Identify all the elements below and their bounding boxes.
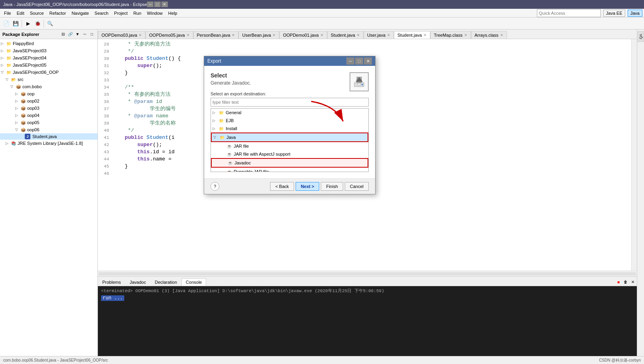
- tree-arrow: ▷: [15, 99, 20, 103]
- dtree-ejb[interactable]: ▷ 📁 EJB: [211, 117, 368, 125]
- statusbar: com.bobo.oop06.Student.java - JavaSEProj…: [0, 356, 644, 364]
- dtree-jar-aspectj[interactable]: ☕ JAR file with AspectJ support: [211, 150, 368, 158]
- tab-oopdemo03[interactable]: OOPDemo03.java ✕: [98, 31, 145, 39]
- link-editor-button[interactable]: 🔗: [67, 31, 74, 38]
- collapse-all-button[interactable]: ⊟: [60, 31, 66, 38]
- dtree-javadoc[interactable]: ☕ Javadoc: [211, 158, 368, 168]
- tree-proj04[interactable]: ▷ 📁 JavaSEProject04: [0, 54, 97, 61]
- tree-proj06[interactable]: ▽ 📁 JavaSEProject06_OOP: [0, 69, 97, 76]
- perspective-java-button[interactable]: Java: [628, 10, 642, 17]
- tree-oop05[interactable]: ▷ 📦 oop05: [0, 119, 97, 126]
- menu-window[interactable]: Window: [145, 10, 165, 16]
- tab-declaration[interactable]: Declaration: [150, 278, 181, 286]
- package-icon: 📦: [20, 105, 26, 111]
- tab-userbean[interactable]: UserBean.java ✕: [239, 31, 279, 39]
- perspective-javaee-button[interactable]: Java EE: [603, 10, 625, 17]
- close-icon[interactable]: ✕: [272, 33, 276, 37]
- tree-student-java[interactable]: J Student.java: [0, 133, 97, 140]
- dtree-general[interactable]: ▷ 📁 General: [211, 109, 368, 117]
- dialog-maximize-button[interactable]: □: [355, 57, 363, 65]
- dtree-jar[interactable]: ☕ JAR file: [211, 142, 368, 150]
- tree-arrow: ▷: [15, 121, 20, 125]
- toolbar-search-button[interactable]: 🔍: [46, 19, 54, 28]
- tree-oop03[interactable]: ▷ 📦 oop03: [0, 105, 97, 112]
- tree-label: JavaSEProject05: [13, 63, 46, 67]
- tab-label: Student.java: [331, 33, 355, 38]
- tree-oop02[interactable]: ▷ 📦 oop02: [0, 97, 97, 105]
- finish-button[interactable]: Finish: [321, 182, 343, 191]
- tree-arrow: ▷: [1, 42, 6, 46]
- close-icon[interactable]: ✕: [464, 33, 467, 37]
- toolbar-save-button[interactable]: 💾: [11, 19, 20, 28]
- tree-src[interactable]: ▽ 📂 src: [0, 76, 97, 83]
- code-line: 29 */: [99, 48, 630, 55]
- tree-proj03[interactable]: ▷ 📁 JavaSEProject03: [0, 47, 97, 54]
- quick-access-input[interactable]: [537, 9, 601, 17]
- cancel-button[interactable]: Cancel: [345, 182, 369, 191]
- line-number: 31: [99, 62, 112, 69]
- toolbar-run-button[interactable]: ▶: [24, 19, 32, 28]
- toolbar-new-button[interactable]: 📄: [2, 19, 10, 28]
- tree-oop06[interactable]: ▽ 📦 oop06: [0, 126, 97, 133]
- tree-jre[interactable]: ▷ 📚 JRE System Library [JavaSE-1.8]: [0, 140, 97, 147]
- close-icon[interactable]: ✕: [357, 33, 360, 37]
- tab-student1[interactable]: Student.java ✕: [327, 31, 364, 39]
- dtree-runnable-jar[interactable]: ☕ Runnable JAR file: [211, 168, 368, 172]
- close-icon[interactable]: ✕: [187, 33, 190, 37]
- editor-vscrollbar[interactable]: [631, 39, 637, 271]
- tab-console[interactable]: Console: [181, 278, 206, 286]
- close-icon[interactable]: ✕: [232, 33, 235, 37]
- menu-search[interactable]: Search: [92, 10, 111, 16]
- tab-arrays[interactable]: Arrays.class ✕: [471, 31, 507, 39]
- menu-edit[interactable]: Edit: [14, 10, 27, 16]
- console-clear-button[interactable]: 🗑: [622, 279, 629, 285]
- bottom-panel: Problems Javadoc Declaration Console ■ 🗑: [98, 276, 637, 356]
- menu-refactor[interactable]: Refactor: [47, 10, 69, 16]
- dialog-help-button[interactable]: ?: [211, 182, 219, 191]
- panel-menu-button[interactable]: ▼: [74, 31, 81, 38]
- minimize-button[interactable]: ─: [147, 2, 153, 7]
- dtree-install[interactable]: ▷ 📁 Install: [211, 125, 368, 133]
- tab-treemap[interactable]: TreeMap.class ✕: [430, 31, 471, 39]
- tree-arrow: ▷: [1, 49, 6, 53]
- panel-minimize-button[interactable]: ─: [81, 31, 88, 38]
- editor-hscrollbar[interactable]: [98, 271, 637, 276]
- next-button[interactable]: Next >: [296, 182, 319, 191]
- close-icon[interactable]: ✕: [139, 33, 142, 37]
- tab-oopdemo05[interactable]: OOPDemo05.java ✕: [145, 31, 193, 39]
- close-icon[interactable]: ✕: [423, 33, 427, 37]
- tab-oopdemo01[interactable]: OOPDemo01.java ✕: [279, 31, 327, 39]
- close-button[interactable]: ✕: [161, 2, 168, 7]
- tree-proj05[interactable]: ▷ 📁 JavaSEProject05: [0, 61, 97, 69]
- menu-project[interactable]: Project: [111, 10, 130, 16]
- tab-personbean[interactable]: PersonBean.java ✕: [193, 31, 239, 39]
- dialog-close-button[interactable]: ✕: [364, 57, 372, 65]
- export-filter-input[interactable]: [211, 98, 369, 107]
- tab-problems[interactable]: Problems: [98, 278, 125, 286]
- tree-oop[interactable]: ▷ 📦 oop: [0, 90, 97, 97]
- menu-source[interactable]: Source: [28, 10, 46, 16]
- tree-arrow: ▽: [6, 77, 10, 81]
- console-stop-button[interactable]: ■: [615, 279, 622, 285]
- tab-javadoc[interactable]: Javadoc: [125, 278, 150, 286]
- toolbar-debug-button[interactable]: 🐞: [33, 19, 42, 28]
- maximize-button[interactable]: □: [154, 2, 161, 7]
- tab-student2-active[interactable]: Student.java ✕: [394, 31, 430, 39]
- close-icon[interactable]: ✕: [320, 33, 324, 37]
- panel-maximize-button[interactable]: □: [89, 31, 95, 38]
- dtree-java[interactable]: ▽ 📁 Java: [211, 133, 368, 142]
- tree-oop04[interactable]: ▷ 📦 oop04: [0, 112, 97, 119]
- menu-file[interactable]: File: [2, 10, 14, 16]
- close-icon[interactable]: ✕: [500, 33, 503, 37]
- tree-combobo[interactable]: ▽ 📦 com.bobo: [0, 83, 97, 90]
- menu-run[interactable]: Run: [131, 10, 144, 16]
- close-icon[interactable]: ✕: [387, 33, 390, 37]
- tree-flappybird[interactable]: ▷ 📁 FlappyBird: [0, 40, 97, 47]
- tab-user[interactable]: User.java ✕: [364, 31, 394, 39]
- console-close-button[interactable]: ✕: [630, 279, 636, 285]
- menu-help[interactable]: Help: [166, 10, 180, 16]
- sidebar-quick-access[interactable]: QA: [638, 31, 644, 42]
- back-button[interactable]: < Back: [270, 182, 294, 191]
- dialog-minimize-button[interactable]: ─: [346, 57, 354, 65]
- menu-navigate[interactable]: Navigate: [69, 10, 91, 16]
